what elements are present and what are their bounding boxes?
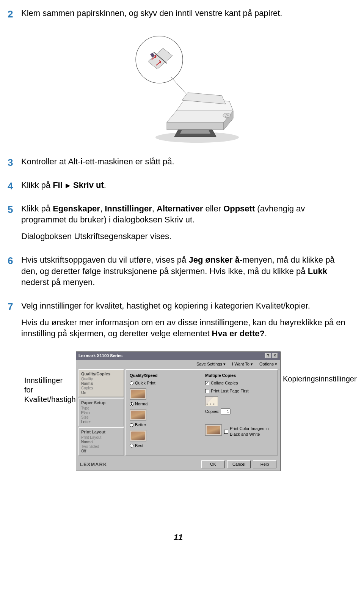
check-collate[interactable]: ✓Collate Copies	[205, 380, 274, 386]
cancel-button[interactable]: Cancel	[227, 460, 251, 468]
radio-best[interactable]: Best	[130, 443, 198, 449]
preview-thumb-icon	[130, 409, 146, 421]
print-properties-dialog: Lexmark X1100 Series ? × Save Settings ▾…	[76, 351, 281, 471]
svg-point-7	[226, 113, 228, 114]
color-bw-thumb-icon	[205, 424, 222, 436]
step-number: 7	[8, 300, 21, 314]
step-number: 4	[8, 180, 21, 193]
step-text: Kontroller at Alt-i-ett-maskinen er slåt…	[21, 156, 349, 167]
step-2: 2 Klem sammen papirskinnen, og skyv den …	[8, 8, 349, 24]
step-number: 5	[8, 203, 21, 216]
step-4: 4 Klikk på Fil ▶ Skriv ut.	[8, 180, 349, 196]
svg-point-5	[225, 116, 226, 117]
preview-thumb-icon	[130, 430, 146, 441]
step-text: Velg innstillinger for kvalitet, hastigh…	[21, 300, 349, 312]
multiple-copies-group: Multiple Copies ✓Collate Copies Print La…	[205, 373, 274, 452]
step-5: 5 Klikk på Egenskaper, Innstillinger, Al…	[8, 203, 349, 247]
annotation-right: Kopieringsinnstillinger	[283, 351, 332, 384]
help-button[interactable]: Help	[253, 460, 276, 468]
svg-point-6	[227, 115, 229, 115]
options-link[interactable]: Options ▾	[259, 362, 277, 366]
help-titlebar-button[interactable]: ?	[265, 353, 271, 358]
annotation-left: Innstillinger for Kvalitet/hastighet	[24, 351, 74, 404]
step-text: Klikk på Egenskaper, Innstillinger, Alte…	[21, 203, 349, 225]
dialog-top-links: Save Settings ▾ I Want To ▾ Options ▾	[76, 360, 280, 368]
step-text: Klem sammen papirskinnen, og skyv den in…	[21, 8, 349, 19]
radio-normal[interactable]: Normal	[130, 401, 198, 407]
step-number: 2	[8, 8, 21, 21]
svg-point-4	[223, 113, 231, 118]
tab-print-layout[interactable]: Print Layout Print Layout Normal Two-Sid…	[78, 427, 124, 455]
copies-stack-icon	[205, 396, 218, 406]
quality-speed-header: Quality/Speed	[130, 373, 198, 378]
check-last-page-first[interactable]: Print Last Page First	[205, 388, 274, 394]
radio-quick-print[interactable]: Quick Print	[130, 380, 198, 386]
quality-copies-panel: Quality/Speed Quick Print Normal Better	[126, 369, 278, 456]
step-3: 3 Kontroller at Alt-i-ett-maskinen er sl…	[8, 156, 349, 173]
tab-sidebar: Quality/Copies Quality Normal Copies On …	[78, 369, 124, 456]
step-6: 6 Hvis utskriftsoppgaven du vil utføre, …	[8, 254, 349, 293]
ok-button[interactable]: OK	[201, 460, 225, 468]
i-want-to-link[interactable]: I Want To ▾	[232, 362, 253, 366]
step-number: 6	[8, 254, 21, 268]
printer-illustration	[8, 31, 349, 148]
dialog-outer: Lexmark X1100 Series ? × Save Settings ▾…	[76, 351, 281, 471]
check-print-bw[interactable]: Print Color Images in Black and White	[224, 426, 274, 437]
copies-input[interactable]	[221, 408, 231, 414]
step-number: 3	[8, 156, 21, 169]
triangle-right-icon: ▶	[66, 181, 70, 190]
dialog-wrapper: Innstillinger for Kvalitet/hastighet Lex…	[8, 351, 349, 471]
step-text: Hvis utskriftsoppgaven du vil utføre, vi…	[21, 254, 349, 288]
step-body: Klem sammen papirskinnen, og skyv den in…	[21, 8, 349, 24]
tab-paper-setup[interactable]: Paper Setup Type Plain Size Letter	[78, 398, 124, 426]
radio-better[interactable]: Better	[130, 422, 198, 428]
multiple-copies-header: Multiple Copies	[205, 373, 274, 378]
step-text-2: Hvis du ønsker mer informasjon om en av …	[21, 317, 349, 339]
brand-logo: LEXMARK	[80, 461, 107, 468]
step-text: Klikk på Fil ▶ Skriv ut.	[21, 180, 349, 191]
close-titlebar-button[interactable]: ×	[272, 353, 278, 358]
save-settings-link[interactable]: Save Settings ▾	[196, 362, 226, 366]
copies-label: Copies:	[205, 409, 219, 414]
step-7: 7 Velg innstillinger for kvalitet, hasti…	[8, 300, 349, 345]
page-number: 11	[8, 532, 349, 543]
step-subtext: Dialogboksen Utskriftsegenskaper vises.	[21, 231, 349, 242]
dialog-footer: LEXMARK OK Cancel Help	[76, 458, 280, 471]
tab-quality-copies[interactable]: Quality/Copies Quality Normal Copies On	[78, 369, 124, 397]
dialog-title: Lexmark X1100 Series	[78, 353, 122, 359]
dialog-titlebar: Lexmark X1100 Series ? ×	[76, 352, 280, 360]
quality-speed-group: Quality/Speed Quick Print Normal Better	[130, 373, 198, 452]
preview-thumb-icon	[130, 388, 146, 400]
